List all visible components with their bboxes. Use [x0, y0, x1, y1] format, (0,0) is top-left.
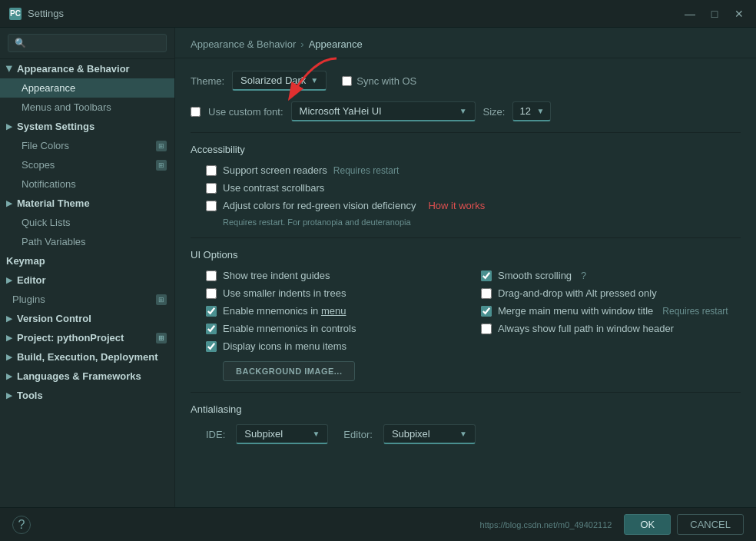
tree-indent-checkbox[interactable]: [206, 270, 217, 281]
arrow-icon: ▶: [6, 372, 12, 380]
sidebar-label: Scopes: [22, 159, 55, 171]
mnemonics-menu-row: Enable mnemonics in menu: [206, 305, 466, 317]
editor-antialiasing-dropdown[interactable]: Subpixel ▼: [383, 424, 476, 444]
sidebar-item-menus-toolbars[interactable]: Menus and Toolbars: [0, 98, 174, 117]
mnemonics-controls-label[interactable]: Enable mnemonics in controls: [223, 323, 356, 334]
sync-os-checkbox[interactable]: [342, 76, 352, 86]
sidebar-item-notifications[interactable]: Notifications: [0, 174, 174, 194]
window-controls: — □ ✕: [679, 3, 750, 25]
full-path-checkbox[interactable]: [481, 324, 492, 334]
sidebar-item-plugins[interactable]: Plugins ⊞: [0, 290, 174, 309]
content-area: Appearance & Behavior › Appearance Theme…: [175, 28, 756, 507]
sidebar-item-file-colors[interactable]: File Colors ⊞: [0, 136, 174, 155]
drag-drop-checkbox[interactable]: [481, 288, 492, 299]
sidebar-label: Tools: [17, 390, 43, 401]
screen-readers-row: Support screen readers Requires restart: [206, 164, 741, 176]
contrast-scrollbars-label[interactable]: Use contrast scrollbars: [223, 182, 324, 194]
display-icons-label[interactable]: Display icons in menu items: [223, 340, 346, 352]
screen-readers-label[interactable]: Support screen readers: [223, 164, 327, 176]
theme-label: Theme:: [191, 75, 224, 87]
ui-options-right: Smooth scrolling ? Drag-and-drop with Al…: [481, 270, 741, 381]
sidebar-label: Material Theme: [17, 197, 90, 209]
sidebar-label: System Settings: [17, 121, 94, 132]
full-path-row: Always show full path in window header: [481, 323, 741, 334]
cancel-button[interactable]: CANCEL: [677, 514, 744, 535]
sidebar-item-keymap[interactable]: Keymap: [0, 251, 174, 270]
ide-antialiasing: IDE: Subpixel ▼: [206, 424, 328, 444]
tree-indent-label[interactable]: Show tree indent guides: [223, 270, 330, 281]
divider3: [191, 392, 741, 393]
smaller-indents-label[interactable]: Use smaller indents in trees: [223, 287, 346, 299]
merge-menu-checkbox[interactable]: [481, 306, 492, 317]
screen-readers-checkbox[interactable]: [206, 165, 217, 176]
maximize-button[interactable]: □: [704, 3, 725, 25]
font-dropdown[interactable]: Microsoft YaHei UI ▼: [291, 101, 476, 121]
merge-menu-label[interactable]: Merge main menu with window title: [498, 305, 653, 317]
minimize-button[interactable]: —: [679, 3, 701, 25]
mnemonics-menu-label: Enable mnemonics in menu: [223, 305, 346, 317]
breadcrumb-separator: ›: [300, 38, 303, 50]
use-smaller-indents-row: Use smaller indents in trees: [206, 287, 466, 299]
divider: [191, 132, 741, 133]
ide-antialiasing-dropdown[interactable]: Subpixel ▼: [236, 424, 328, 444]
font-row: Use custom font: Microsoft YaHei UI ▼ Si…: [191, 101, 741, 121]
sidebar-item-appearance-behavior[interactable]: ▶ Appearance & Behavior: [0, 59, 174, 78]
external-icon: ⊞: [156, 160, 167, 171]
dialog-buttons: OK CANCEL: [624, 514, 744, 535]
sidebar-item-build[interactable]: ▶ Build, Execution, Deployment: [0, 347, 174, 367]
adjust-colors-row: Adjust colors for red-green vision defic…: [206, 200, 741, 211]
sidebar-label: Menus and Toolbars: [22, 101, 111, 113]
sync-os-label[interactable]: Sync with OS: [356, 75, 416, 87]
drag-drop-label[interactable]: Drag-and-drop with Alt pressed only: [498, 287, 657, 299]
accessibility-title: Accessibility: [191, 144, 741, 155]
sidebar-label: Version Control: [17, 313, 91, 324]
sidebar-item-system-settings[interactable]: ▶ System Settings: [0, 117, 174, 136]
sidebar-item-appearance[interactable]: Appearance: [0, 78, 174, 98]
close-button[interactable]: ✕: [728, 3, 750, 25]
adjust-colors-checkbox[interactable]: [206, 201, 217, 211]
sidebar-label: Project: pythonProject: [17, 332, 124, 344]
sidebar-item-project[interactable]: ▶ Project: pythonProject ⊞: [0, 328, 174, 347]
how-it-works-link[interactable]: How it works: [428, 200, 485, 211]
display-icons-checkbox[interactable]: [206, 341, 217, 352]
contrast-scrollbars-checkbox[interactable]: [206, 183, 217, 194]
smooth-scrolling-help-icon[interactable]: ?: [581, 270, 586, 281]
arrow-icon: ▶: [6, 122, 12, 131]
mnemonics-controls-checkbox[interactable]: [206, 324, 217, 334]
smaller-indents-checkbox[interactable]: [206, 288, 217, 299]
ok-button[interactable]: OK: [624, 514, 671, 535]
sidebar-item-languages[interactable]: ▶ Languages & Frameworks: [0, 367, 174, 386]
sidebar-item-scopes[interactable]: Scopes ⊞: [0, 155, 174, 174]
editor-antialiasing: Editor: Subpixel ▼: [343, 424, 476, 444]
theme-dropdown[interactable]: Solarized Dark ▼: [232, 71, 327, 91]
sidebar-item-path-variables[interactable]: Path Variables: [0, 232, 174, 251]
bottom-right: https://blog.csdn.net/m0_49402112 OK CAN…: [480, 514, 744, 535]
adjust-colors-label[interactable]: Adjust colors for red-green vision defic…: [223, 200, 416, 211]
editor-value: Subpixel: [392, 428, 430, 440]
sidebar: ▶ Appearance & Behavior Appearance Menus…: [0, 28, 175, 507]
arrow-icon: ▶: [6, 199, 12, 207]
sidebar-item-version-control[interactable]: ▶ Version Control: [0, 309, 174, 328]
size-dropdown[interactable]: 12 ▼: [512, 101, 551, 121]
mnemonics-menu-checkbox[interactable]: [206, 306, 217, 317]
sidebar-item-tools[interactable]: ▶ Tools: [0, 386, 174, 405]
sidebar-label: Build, Execution, Deployment: [17, 351, 158, 363]
help-button[interactable]: ?: [12, 516, 31, 534]
sidebar-label: Appearance & Behavior: [17, 63, 130, 75]
ide-value: Subpixel: [244, 428, 283, 440]
smooth-scrolling-checkbox[interactable]: [481, 270, 492, 281]
chevron-down-icon: ▼: [312, 430, 320, 438]
custom-font-checkbox[interactable]: [191, 107, 201, 117]
sidebar-label: Editor: [17, 274, 46, 286]
smooth-scrolling-label[interactable]: Smooth scrolling: [498, 270, 572, 281]
full-path-label[interactable]: Always show full path in window header: [498, 323, 674, 334]
sidebar-item-editor[interactable]: ▶ Editor: [0, 270, 174, 290]
background-image-button[interactable]: BACKGROUND IMAGE...: [223, 361, 355, 381]
search-input[interactable]: [8, 34, 167, 52]
sidebar-item-material-theme[interactable]: ▶ Material Theme: [0, 194, 174, 213]
merge-menu-row: Merge main menu with window title Requir…: [481, 305, 741, 317]
custom-font-label[interactable]: Use custom font:: [208, 106, 284, 118]
chevron-down-icon: ▼: [459, 430, 467, 438]
sidebar-item-quick-lists[interactable]: Quick Lists: [0, 213, 174, 232]
external-icon: ⊞: [156, 333, 167, 344]
